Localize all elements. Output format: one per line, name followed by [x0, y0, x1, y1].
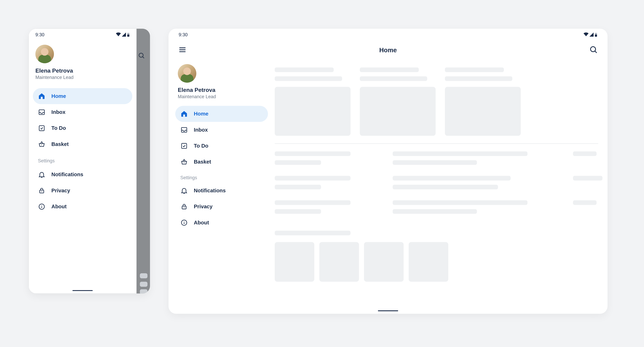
phone-device-frame: 9:30 Elena Petrova Maintenance Lead Home [28, 29, 150, 293]
nav-item-home[interactable]: Home [175, 106, 268, 122]
bell-icon [38, 171, 46, 178]
menu-button[interactable] [178, 45, 187, 55]
nav-item-label: Inbox [52, 109, 66, 115]
nav-item-about[interactable]: About [33, 199, 132, 215]
inbox-icon [180, 126, 188, 134]
inbox-icon [38, 108, 46, 116]
wifi-icon [584, 33, 589, 37]
nav-item-basket[interactable]: Basket [33, 136, 132, 152]
home-icon [180, 110, 188, 118]
nav-section-header: Settings [28, 152, 136, 167]
svg-line-18 [595, 51, 596, 53]
nav-item-inbox[interactable]: Inbox [175, 122, 268, 138]
avatar[interactable] [178, 64, 196, 83]
nav-item-label: About [52, 204, 67, 209]
svg-rect-20 [182, 143, 187, 149]
skeleton-thumbnail [319, 242, 359, 282]
gesture-handle [378, 310, 398, 311]
nav-item-about[interactable]: About [175, 215, 268, 231]
page-title: Home [379, 46, 397, 54]
status-time: 9:30 [178, 32, 188, 37]
nav-item-label: Inbox [194, 127, 208, 133]
nav-item-label: Notifications [52, 172, 83, 178]
home-icon [38, 92, 46, 100]
status-icons [116, 32, 130, 37]
svg-point-6 [42, 145, 42, 145]
user-role: Maintenance Lead [178, 94, 266, 99]
nav-item-label: To Do [52, 125, 66, 131]
svg-point-17 [590, 47, 596, 52]
nav-main: Home Inbox To Do [28, 88, 136, 152]
nav-item-privacy[interactable]: Privacy [175, 199, 268, 215]
skeleton-placeholder [140, 273, 148, 278]
nav-section-header: Settings [168, 170, 275, 183]
battery-icon [594, 32, 598, 37]
skeleton-card [360, 68, 436, 136]
svg-point-11 [42, 205, 42, 206]
skeleton-list-row [275, 200, 598, 214]
avatar[interactable] [35, 45, 54, 63]
basket-icon [38, 140, 46, 148]
svg-line-1 [143, 57, 144, 58]
tablet-device-frame: 9:30 Home Elena Petrova Maintenance Le [168, 29, 608, 314]
svg-rect-19 [182, 128, 187, 132]
svg-point-26 [184, 221, 184, 222]
nav-settings: Notifications Privacy About [28, 167, 136, 215]
gesture-handle [72, 290, 93, 291]
nav-item-inbox[interactable]: Inbox [33, 104, 132, 120]
nav-item-label: Basket [194, 159, 211, 165]
nav-item-label: Home [52, 93, 66, 99]
svg-rect-13 [595, 34, 597, 37]
nav-item-todo[interactable]: To Do [33, 120, 132, 136]
skeleton-cards-row [275, 68, 598, 136]
nav-item-todo[interactable]: To Do [175, 138, 268, 154]
search-button[interactable] [589, 45, 598, 55]
signal-icon [590, 33, 594, 37]
nav-item-notifications[interactable]: Notifications [33, 167, 132, 183]
info-icon [38, 203, 46, 210]
status-time: 9:30 [35, 32, 44, 37]
nav-settings: Notifications Privacy About [168, 183, 275, 231]
nav-item-label: Privacy [52, 188, 70, 194]
divider [275, 143, 598, 144]
search-icon [136, 50, 148, 62]
nav-item-home[interactable]: Home [33, 88, 132, 104]
checklist-icon [38, 124, 46, 132]
user-name: Elena Petrova [178, 87, 266, 93]
hamburger-icon [178, 45, 187, 55]
basket-icon [180, 158, 188, 166]
svg-point-21 [184, 162, 184, 163]
nav-item-privacy[interactable]: Privacy [33, 183, 132, 198]
main-content [275, 59, 608, 314]
checklist-icon [180, 142, 188, 150]
skeleton-thumbnail [364, 242, 404, 282]
search-icon [589, 45, 598, 55]
nav-item-basket[interactable]: Basket [175, 154, 268, 170]
svg-rect-5 [39, 126, 44, 131]
skeleton-section-title [275, 231, 350, 235]
info-icon [180, 219, 188, 226]
skeleton-list-row [275, 176, 598, 189]
skeleton-thumbnail [275, 242, 314, 282]
nav-item-label: Notifications [194, 188, 226, 194]
app-bar: Home [168, 41, 608, 59]
navigation-drawer: 9:30 Elena Petrova Maintenance Lead Home [28, 29, 136, 293]
nav-item-label: Home [194, 111, 208, 117]
bell-icon [180, 187, 188, 194]
battery-icon [127, 32, 130, 37]
nav-item-label: About [194, 220, 209, 226]
nav-item-label: Privacy [194, 204, 212, 209]
skeleton-card [445, 68, 521, 136]
skeleton-list-row [275, 151, 598, 165]
user-name: Elena Petrova [35, 68, 130, 74]
status-bar: 9:30 [168, 29, 608, 40]
nav-item-notifications[interactable]: Notifications [175, 183, 268, 198]
signal-icon [122, 33, 126, 37]
skeleton-placeholder [140, 282, 148, 287]
svg-point-23 [184, 207, 184, 208]
skeleton-thumbnail [409, 242, 448, 282]
user-role: Maintenance Lead [35, 75, 130, 80]
nav-item-label: To Do [194, 143, 208, 149]
status-bar: 9:30 [28, 29, 136, 40]
lock-icon [38, 187, 46, 194]
